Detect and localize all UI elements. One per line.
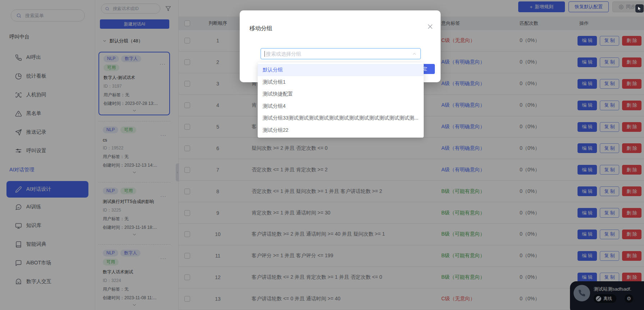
dropdown-option[interactable]: 测试分组4 bbox=[258, 100, 424, 112]
chevron-up-icon bbox=[412, 51, 417, 56]
group-select-input[interactable] bbox=[265, 51, 412, 57]
app-root: 呼叫中台 AI呼出 统计看板 人机协同 黑名单 推送记录 bbox=[0, 0, 644, 310]
modal-title: 移动分组 bbox=[249, 25, 272, 32]
group-dropdown: 默认分组 测试分组1 测试快捷配置 测试分组4 测试分组33测试测试测试测试测试… bbox=[258, 63, 424, 138]
dropdown-option[interactable]: 测试分组22 bbox=[258, 124, 424, 137]
text-caret bbox=[264, 51, 265, 57]
dropdown-option[interactable]: 测试快捷配置 bbox=[258, 88, 424, 100]
group-select[interactable] bbox=[261, 48, 421, 59]
mouse-cursor bbox=[635, 4, 644, 13]
dropdown-option[interactable]: 默认分组 bbox=[258, 64, 424, 76]
dropdown-option[interactable]: 测试分组33测试测试测试测试测试测试测试测试测试测试测试测试测... bbox=[258, 112, 424, 124]
dropdown-option[interactable]: 测试分组1 bbox=[258, 76, 424, 88]
close-icon[interactable] bbox=[427, 23, 433, 30]
